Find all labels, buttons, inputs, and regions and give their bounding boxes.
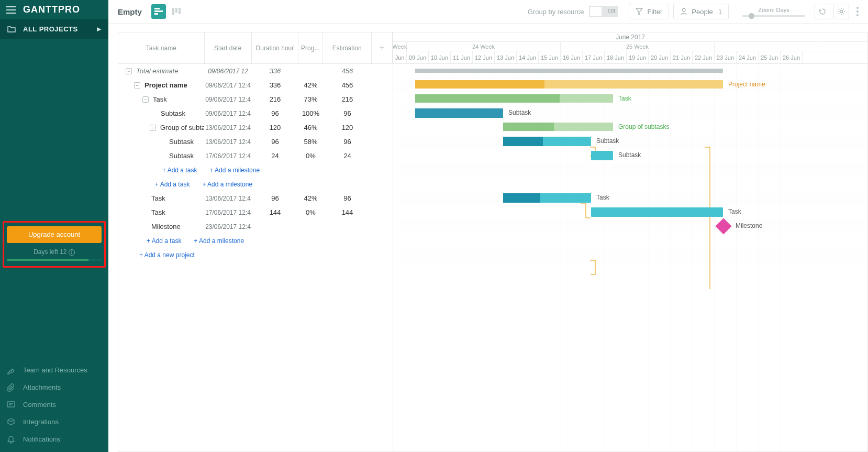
cell-start[interactable]: 09/06/2017 12:4 (205, 96, 252, 103)
sidebar-item-team-resources[interactable]: Team and Resources (0, 361, 108, 379)
upgrade-button[interactable]: Upgrade account (7, 226, 102, 243)
add-column-button[interactable]: + (372, 32, 393, 64)
cell-estimation[interactable]: 456 (323, 67, 372, 75)
add-task-link[interactable]: + Add a task (162, 167, 197, 174)
add-task-link[interactable]: + Add a new project (139, 251, 195, 259)
add-task-link[interactable]: + Add a task (155, 181, 190, 188)
collapse-toggle[interactable]: − (150, 125, 156, 131)
cell-start[interactable]: 23/06/2017 12:4 (205, 223, 252, 230)
th-start[interactable]: Start date (205, 32, 252, 64)
task-row[interactable]: Task17/06/2017 12:41440%144 (118, 205, 393, 219)
cell-start[interactable]: 17/06/2017 12:4 (205, 209, 252, 216)
cell-duration[interactable]: 96 (252, 109, 299, 117)
cell-duration[interactable]: 24 (252, 152, 299, 160)
cell-estimation[interactable]: 144 (323, 208, 372, 216)
cell-progress[interactable]: 73% (299, 95, 323, 103)
th-duration[interactable]: Duration hour (252, 32, 299, 64)
bar-label: Group of subtasks (618, 123, 669, 130)
cell-start[interactable]: 17/06/2017 12:4 (205, 152, 252, 160)
add-milestone-link[interactable]: + Add a milestone (194, 237, 244, 245)
th-progress[interactable]: Prog... (298, 32, 322, 64)
cell-start[interactable]: 09/06/2017 12:4 (205, 110, 252, 117)
filter-button[interactable]: Filter (629, 4, 669, 19)
settings-button[interactable] (833, 4, 849, 19)
gantt-bar[interactable] (591, 207, 723, 217)
task-row[interactable]: Subtask13/06/2017 12:49658%96 (118, 135, 393, 149)
cell-progress[interactable]: 46% (299, 124, 323, 131)
th-taskname[interactable]: Task name (118, 32, 205, 64)
task-row[interactable]: Task13/06/2017 12:49642%96 (118, 191, 393, 205)
cell-start[interactable]: 13/06/2017 12:4 (205, 124, 252, 131)
task-row[interactable]: −Total estimate09/06/2017 12336456 (118, 64, 393, 78)
gantt-bar[interactable] (415, 80, 723, 89)
info-icon[interactable]: i (69, 249, 75, 256)
group-by-toggle[interactable]: Off (589, 6, 618, 17)
gantt-bar[interactable] (591, 151, 613, 160)
zoom-control[interactable]: Zoom: Days (742, 7, 805, 17)
sidebar-item-notifications[interactable]: Notifications (0, 431, 108, 448)
bar-label: Project name (728, 81, 765, 88)
task-row[interactable]: −Task09/06/2017 12:421673%216 (118, 92, 393, 106)
day-header: 11 Jun (451, 51, 473, 63)
task-row[interactable]: Subtask17/06/2017 12:4240%24 (118, 149, 393, 163)
cell-duration[interactable]: 336 (252, 67, 299, 75)
cell-start[interactable]: 13/06/2017 12:4 (205, 138, 252, 146)
cell-duration[interactable]: 96 (252, 138, 299, 146)
cell-start[interactable]: 13/06/2017 12:4 (205, 195, 252, 202)
day-header: 15 Jun (539, 51, 561, 63)
task-row[interactable]: −Group of subtasks13/06/2017 12:412046%1… (118, 120, 393, 135)
gantt-bar[interactable] (415, 108, 503, 118)
history-button[interactable] (815, 4, 830, 19)
cell-estimation[interactable]: 96 (323, 109, 372, 117)
cell-progress[interactable]: 0% (299, 152, 323, 160)
task-row[interactable]: −Project name09/06/2017 12:433642%456 (118, 78, 393, 92)
cell-progress[interactable]: 42% (299, 81, 323, 89)
cell-duration[interactable]: 144 (252, 208, 299, 216)
gantt-bar[interactable] (503, 193, 591, 203)
people-button[interactable]: People 1 (673, 4, 729, 19)
gantt-bar[interactable] (415, 94, 613, 103)
gantt-bar[interactable] (503, 123, 613, 131)
add-task-link[interactable]: + Add a task (147, 237, 181, 245)
add-milestone-link[interactable]: + Add a milestone (202, 181, 252, 188)
th-estimation[interactable]: Estimation (322, 32, 372, 64)
task-row[interactable]: Milestone23/06/2017 12:4 (118, 219, 393, 234)
cell-progress[interactable]: 42% (299, 194, 323, 202)
cell-progress[interactable]: 58% (299, 138, 323, 146)
cell-start[interactable]: 09/06/2017 12 (205, 68, 252, 75)
add-milestone-link[interactable]: + Add a milestone (209, 167, 260, 174)
collapse-toggle[interactable]: − (126, 68, 132, 74)
board-view-button[interactable] (169, 4, 184, 19)
cell-progress[interactable]: 0% (299, 208, 323, 216)
sidebar: GANTTPRO ALL PROJECTS ▶ Upgrade account … (0, 0, 108, 452)
cell-duration[interactable]: 96 (252, 194, 299, 202)
cell-estimation[interactable]: 216 (323, 95, 372, 103)
svg-rect-4 (172, 8, 174, 15)
task-name: Subtask (169, 152, 194, 160)
more-menu-button[interactable] (852, 7, 863, 16)
cell-estimation[interactable]: 24 (323, 152, 372, 160)
cell-duration[interactable]: 120 (252, 124, 299, 131)
cell-duration[interactable]: 336 (252, 81, 299, 89)
sidebar-item-integrations[interactable]: Integrations (0, 413, 108, 431)
cell-estimation[interactable]: 120 (323, 124, 372, 131)
gantt-bar[interactable] (503, 137, 591, 146)
cell-estimation[interactable]: 96 (323, 138, 372, 146)
cell-estimation[interactable]: 456 (323, 81, 372, 89)
cell-start[interactable]: 09/06/2017 12:4 (205, 82, 252, 89)
upgrade-callout: Upgrade account Days left 12 i (3, 221, 106, 268)
sidebar-item-attachments[interactable]: Attachments (0, 379, 108, 396)
zoom-slider[interactable] (742, 15, 805, 17)
cell-duration[interactable]: 216 (252, 95, 299, 103)
all-projects-nav[interactable]: ALL PROJECTS ▶ (0, 19, 108, 39)
svg-rect-1 (154, 8, 160, 9)
task-row[interactable]: Subtask09/06/2017 12:496100%96 (118, 106, 393, 120)
sidebar-item-comments[interactable]: Comments (0, 396, 108, 413)
collapse-toggle[interactable]: − (134, 82, 140, 89)
cell-progress[interactable]: 100% (299, 109, 323, 117)
menu-icon[interactable] (6, 6, 16, 14)
cell-estimation[interactable]: 96 (323, 194, 372, 202)
day-header: 16 Jun (561, 51, 583, 63)
collapse-toggle[interactable]: − (142, 96, 149, 103)
gantt-view-button[interactable] (151, 4, 166, 19)
